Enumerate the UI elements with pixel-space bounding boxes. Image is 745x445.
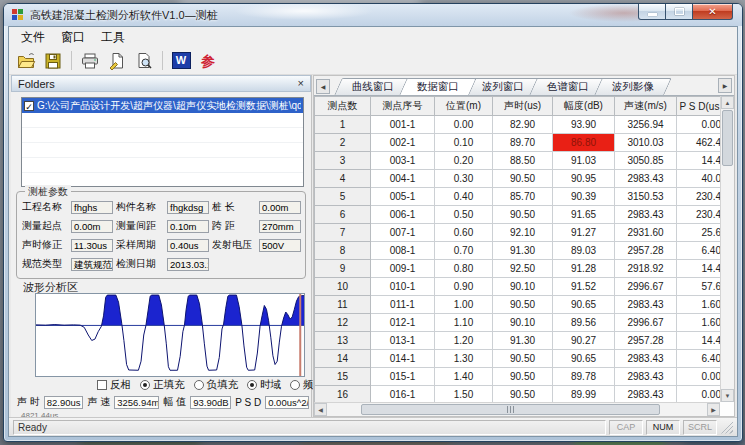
folder-list[interactable]: ✓ G:\公司产品设计开发\超声仪器\超声仪实地检测数据\测桩\qd\qd03\… bbox=[21, 97, 304, 187]
table-cell[interactable]: 013-1 bbox=[371, 332, 435, 350]
table-cell[interactable]: 1.20 bbox=[435, 332, 493, 350]
table-cell[interactable]: 92.10 bbox=[493, 224, 553, 242]
table-cell[interactable]: 10 bbox=[315, 278, 371, 296]
scroll-left-icon[interactable]: ◀ bbox=[314, 403, 327, 416]
table-cell[interactable]: 89.70 bbox=[493, 134, 553, 152]
horizontal-scrollbar[interactable]: ◀ ▶ bbox=[314, 402, 720, 416]
table-cell[interactable]: 90.50 bbox=[493, 350, 553, 368]
table-cell[interactable]: 2983.43 bbox=[615, 350, 677, 368]
table-cell[interactable]: 0.40 bbox=[435, 188, 493, 206]
readout-field[interactable]: 82.90us bbox=[44, 396, 84, 409]
table-cell[interactable]: 011-1 bbox=[371, 296, 435, 314]
param-field[interactable]: 0.00m bbox=[71, 220, 113, 233]
table-cell[interactable]: 2957.28 bbox=[615, 242, 677, 260]
maximize-button[interactable] bbox=[666, 4, 693, 20]
table-cell[interactable]: 11 bbox=[315, 296, 371, 314]
scroll-down-icon[interactable]: ▼ bbox=[721, 389, 734, 402]
table-cell[interactable]: 6 bbox=[315, 206, 371, 224]
table-cell[interactable]: 2983.43 bbox=[615, 368, 677, 386]
menu-item-0[interactable]: 文件 bbox=[13, 27, 53, 48]
table-cell[interactable]: 001-1 bbox=[371, 116, 435, 134]
readout-field[interactable]: 93.90dB bbox=[190, 396, 231, 409]
table-cell[interactable]: 14.4 bbox=[677, 260, 721, 278]
param-field[interactable]: 2013.03.13 bbox=[167, 258, 209, 271]
save-button[interactable] bbox=[41, 49, 65, 72]
table-cell[interactable]: 2957.28 bbox=[615, 332, 677, 350]
checkbox-icon[interactable]: ✓ bbox=[24, 101, 34, 111]
table-cell[interactable]: 0.60 bbox=[435, 224, 493, 242]
table-cell[interactable]: 004-1 bbox=[371, 170, 435, 188]
param-field[interactable]: 11.30us bbox=[71, 239, 113, 252]
table-cell[interactable]: 3256.94 bbox=[615, 116, 677, 134]
parameters-button[interactable]: 参 bbox=[196, 49, 220, 72]
table-cell[interactable]: 2996.67 bbox=[615, 314, 677, 332]
table-cell[interactable]: 90.95 bbox=[553, 170, 615, 188]
table-cell[interactable]: 2996.67 bbox=[615, 278, 677, 296]
table-cell[interactable]: 89.99 bbox=[553, 386, 615, 403]
column-header[interactable]: 声时(us) bbox=[493, 97, 553, 116]
table-cell[interactable]: 86.80 bbox=[553, 134, 615, 152]
panel-close-icon[interactable]: × bbox=[298, 78, 304, 89]
tab-1[interactable]: 数据窗口 bbox=[399, 78, 477, 95]
tab-scroll-right-icon[interactable]: ▶ bbox=[718, 78, 732, 93]
table-cell[interactable]: 89.56 bbox=[553, 314, 615, 332]
column-header[interactable]: 幅度(dB) bbox=[553, 97, 615, 116]
table-cell[interactable]: 88.50 bbox=[493, 152, 553, 170]
table-cell[interactable]: 57.6 bbox=[677, 278, 721, 296]
table-cell[interactable]: 0.50 bbox=[435, 206, 493, 224]
table-cell[interactable]: 16 bbox=[315, 386, 371, 403]
table-cell[interactable]: 2983.43 bbox=[615, 296, 677, 314]
vertical-scroll-thumb[interactable] bbox=[722, 110, 733, 166]
table-cell[interactable]: 0.90 bbox=[435, 278, 493, 296]
table-cell[interactable]: 230.4 bbox=[677, 206, 721, 224]
table-cell[interactable]: 90.65 bbox=[553, 350, 615, 368]
table-cell[interactable]: 012-1 bbox=[371, 314, 435, 332]
table-cell[interactable]: 15 bbox=[315, 368, 371, 386]
close-button[interactable]: ✕ bbox=[693, 4, 733, 20]
table-cell[interactable]: 2983.43 bbox=[615, 206, 677, 224]
menu-item-2[interactable]: 工具 bbox=[93, 27, 133, 48]
scroll-right-icon[interactable]: ▶ bbox=[707, 403, 720, 416]
word-export-button[interactable]: W bbox=[169, 49, 193, 72]
column-header[interactable]: 测点序号 bbox=[371, 97, 435, 116]
table-cell[interactable]: 89.03 bbox=[553, 242, 615, 260]
table-cell[interactable]: 82.90 bbox=[493, 116, 553, 134]
table-cell[interactable]: 0.00 bbox=[677, 116, 721, 134]
table-cell[interactable]: 003-1 bbox=[371, 152, 435, 170]
table-cell[interactable]: 90.50 bbox=[493, 368, 553, 386]
horizontal-scroll-track[interactable] bbox=[327, 403, 707, 416]
table-cell[interactable]: 91.03 bbox=[553, 152, 615, 170]
param-field[interactable]: fhghs bbox=[71, 201, 113, 214]
table-cell[interactable]: 2983.43 bbox=[615, 386, 677, 403]
table-cell[interactable]: 3 bbox=[315, 152, 371, 170]
open-file-button[interactable] bbox=[14, 49, 38, 72]
table-cell[interactable]: 008-1 bbox=[371, 242, 435, 260]
table-cell[interactable]: 91.52 bbox=[553, 278, 615, 296]
table-cell[interactable]: 1.30 bbox=[435, 350, 493, 368]
menu-item-1[interactable]: 窗口 bbox=[53, 27, 93, 48]
titlebar[interactable]: 高铁建混凝土检测分析软件V1.0—测桩 ✕ bbox=[4, 4, 742, 26]
table-cell[interactable]: 93.90 bbox=[553, 116, 615, 134]
table-cell[interactable]: 12 bbox=[315, 314, 371, 332]
table-cell[interactable]: 016-1 bbox=[371, 386, 435, 403]
table-cell[interactable]: 90.10 bbox=[493, 278, 553, 296]
table-cell[interactable]: 0.20 bbox=[435, 152, 493, 170]
table-cell[interactable]: 14.4 bbox=[677, 152, 721, 170]
table-cell[interactable]: 91.28 bbox=[553, 260, 615, 278]
table-cell[interactable]: 90.50 bbox=[493, 386, 553, 403]
table-cell[interactable]: 005-1 bbox=[371, 188, 435, 206]
table-cell[interactable]: 85.70 bbox=[493, 188, 553, 206]
table-cell[interactable]: 0.10 bbox=[435, 134, 493, 152]
table-cell[interactable]: 14.4 bbox=[677, 332, 721, 350]
table-cell[interactable]: 91.30 bbox=[493, 332, 553, 350]
table-cell[interactable]: 40.0 bbox=[677, 170, 721, 188]
table-cell[interactable]: 0.00 bbox=[435, 116, 493, 134]
column-header[interactable]: 测点数 bbox=[315, 97, 371, 116]
table-cell[interactable]: 91.30 bbox=[493, 242, 553, 260]
table-cell[interactable]: 3010.03 bbox=[615, 134, 677, 152]
table-cell[interactable]: 25.6 bbox=[677, 224, 721, 242]
table-cell[interactable]: 1.50 bbox=[435, 386, 493, 403]
table-cell[interactable]: 3050.85 bbox=[615, 152, 677, 170]
table-cell[interactable]: 4 bbox=[315, 170, 371, 188]
minimize-button[interactable] bbox=[638, 4, 666, 20]
